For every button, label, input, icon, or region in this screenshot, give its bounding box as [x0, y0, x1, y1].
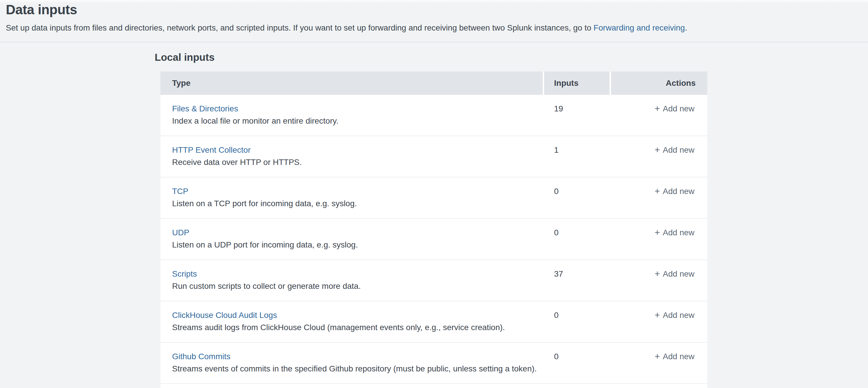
page-subtitle: Set up data inputs from files and direct…: [6, 23, 687, 33]
add-new-link[interactable]: + Add new: [655, 186, 694, 197]
add-new-link[interactable]: + Add new: [655, 269, 694, 279]
inputs-count: 0: [544, 177, 610, 197]
inputs-count: 0: [544, 342, 610, 362]
type-cell: Files & Directories Index a local file o…: [160, 95, 544, 126]
inputs-count: 0: [544, 301, 610, 321]
actions-cell: + Add new: [610, 260, 707, 279]
type-cell: TCP Listen on a TCP port for incoming da…: [160, 177, 544, 209]
inputs-count: 37: [544, 260, 610, 279]
add-new-link[interactable]: + Add new: [655, 310, 694, 321]
table-row: Scripts Run custom scripts to collect or…: [160, 260, 707, 301]
column-header-actions: Actions: [611, 71, 707, 95]
plus-icon: +: [655, 186, 660, 197]
forwarding-and-receiving-link[interactable]: Forwarding and receiving: [594, 23, 685, 32]
table-row-partial: [160, 384, 707, 388]
column-header-actions-label: Actions: [666, 79, 695, 88]
table-row: Files & Directories Index a local file o…: [160, 95, 707, 136]
table-body: Files & Directories Index a local file o…: [160, 95, 707, 384]
input-type-description: Index a local file or monitor an entire …: [172, 116, 537, 126]
column-header-type-label: Type: [172, 79, 190, 88]
header-divider: [0, 42, 868, 42]
add-new-link[interactable]: + Add new: [655, 103, 694, 114]
table-header: Type Inputs Actions: [160, 71, 707, 95]
input-type-link[interactable]: Scripts: [172, 269, 197, 279]
actions-cell: + Add new: [610, 177, 707, 197]
actions-cell: + Add new: [610, 95, 707, 114]
subtitle-suffix: .: [685, 23, 687, 32]
input-type-link[interactable]: UDP: [172, 228, 189, 238]
input-type-description: Listen on a UDP port for incoming data, …: [172, 240, 537, 250]
add-new-link[interactable]: + Add new: [655, 351, 694, 362]
plus-icon: +: [655, 269, 660, 279]
input-type-description: Streams audit logs from ClickHouse Cloud…: [172, 322, 537, 333]
plus-icon: +: [655, 310, 660, 321]
type-cell: ClickHouse Cloud Audit Logs Streams audi…: [160, 301, 544, 333]
type-cell: UDP Listen on a UDP port for incoming da…: [160, 219, 544, 250]
inputs-count: 0: [544, 219, 610, 238]
plus-icon: +: [655, 103, 660, 114]
actions-cell: + Add new: [610, 136, 707, 155]
column-header-type: Type: [160, 71, 543, 95]
page-title: Data inputs: [6, 1, 77, 19]
add-new-label: Add new: [663, 269, 694, 279]
plus-icon: +: [655, 228, 660, 238]
table-row: UDP Listen on a UDP port for incoming da…: [160, 219, 707, 260]
plus-icon: +: [655, 351, 660, 362]
actions-cell: + Add new: [610, 342, 707, 362]
input-type-link[interactable]: TCP: [172, 186, 188, 197]
inputs-count: 1: [544, 136, 610, 155]
input-type-link[interactable]: HTTP Event Collector: [172, 145, 251, 155]
type-cell: Github Commits Streams events of commits…: [160, 342, 544, 374]
column-header-inputs: Inputs: [544, 71, 610, 95]
add-new-label: Add new: [663, 351, 694, 362]
top-strip: [0, 0, 868, 3]
actions-cell: + Add new: [610, 219, 707, 238]
add-new-label: Add new: [663, 145, 694, 155]
table-row: Github Commits Streams events of commits…: [160, 342, 707, 384]
table-row: ClickHouse Cloud Audit Logs Streams audi…: [160, 301, 707, 342]
inputs-count: 19: [544, 95, 610, 114]
plus-icon: +: [655, 145, 660, 155]
input-type-description: Streams events of commits in the specifi…: [172, 364, 537, 374]
input-type-link[interactable]: ClickHouse Cloud Audit Logs: [172, 310, 277, 321]
input-type-description: Listen on a TCP port for incoming data, …: [172, 198, 537, 209]
actions-cell: + Add new: [610, 301, 707, 321]
table-row: HTTP Event Collector Receive data over H…: [160, 136, 707, 177]
add-new-link[interactable]: + Add new: [655, 145, 694, 155]
type-cell: HTTP Event Collector Receive data over H…: [160, 136, 544, 168]
add-new-label: Add new: [663, 186, 694, 197]
input-type-description: Receive data over HTTP or HTTPS.: [172, 157, 537, 168]
local-inputs-table: Type Inputs Actions Files & Directories …: [160, 71, 707, 388]
column-header-inputs-label: Inputs: [554, 79, 579, 88]
section-title-local-inputs: Local inputs: [155, 51, 215, 64]
table-row: TCP Listen on a TCP port for incoming da…: [160, 177, 707, 219]
add-new-label: Add new: [663, 310, 694, 321]
input-type-link[interactable]: Files & Directories: [172, 103, 238, 114]
add-new-label: Add new: [663, 103, 694, 114]
data-inputs-page: Data inputs Set up data inputs from file…: [0, 0, 868, 388]
subtitle-text: Set up data inputs from files and direct…: [6, 23, 594, 32]
input-type-link[interactable]: Github Commits: [172, 351, 230, 362]
type-cell: Scripts Run custom scripts to collect or…: [160, 260, 544, 292]
add-new-link[interactable]: + Add new: [655, 228, 694, 238]
add-new-label: Add new: [663, 228, 694, 238]
input-type-description: Run custom scripts to collect or generat…: [172, 281, 537, 292]
